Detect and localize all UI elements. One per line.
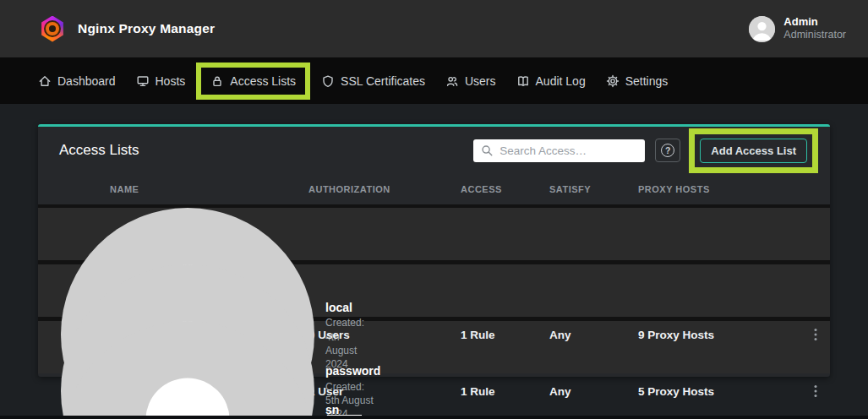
app-title: Nginx Proxy Manager xyxy=(78,21,215,36)
authorization-cell: 1 User xyxy=(308,385,461,398)
search-icon xyxy=(481,144,494,157)
nav-item-ssl-certificates[interactable]: SSL Certificates xyxy=(321,74,425,88)
monitor-icon xyxy=(136,74,150,88)
gear-icon xyxy=(606,74,620,88)
table-column-header: PROXY HOSTS xyxy=(638,184,801,194)
table-column-header: ACCESS xyxy=(461,184,549,194)
search-input[interactable] xyxy=(473,139,645,162)
access-list-name: password xyxy=(325,364,380,378)
table-row-password[interactable]: password Created: 5th August 2024 1 User… xyxy=(38,264,830,317)
proxy-hosts-cell: 9 Proxy Hosts xyxy=(638,329,801,341)
book-icon xyxy=(516,74,530,88)
add-access-list-button[interactable]: Add Access List xyxy=(700,139,807,163)
proxy-hosts-cell: 5 Proxy Hosts xyxy=(638,385,801,398)
access-lists-panel: Access Lists ? Add Access List NAMEAUTHO… xyxy=(38,124,830,377)
main-nav: Dashboard Hosts Access Lists SSL Certifi… xyxy=(0,57,868,104)
user-menu[interactable]: Admin Administrator xyxy=(749,15,846,42)
nav-item-settings[interactable]: Settings xyxy=(606,74,669,88)
access-cell: 1 Rule xyxy=(461,329,549,341)
nav-item-label: Hosts xyxy=(156,74,186,88)
access-list-name: local xyxy=(325,301,352,314)
home-icon xyxy=(38,74,52,88)
question-mark-icon: ? xyxy=(661,144,674,157)
table-row-local[interactable]: local Created: 4th August 2024 0 Users 1… xyxy=(38,208,830,260)
satisfy-cell: Any xyxy=(549,385,638,398)
table-header-row: NAMEAUTHORIZATIONACCESSSATISFYPROXY HOST… xyxy=(38,174,830,204)
table-column-header: SATISFY xyxy=(549,184,638,194)
nav-item-hosts[interactable]: Hosts xyxy=(136,74,186,88)
user-role: Administrator xyxy=(783,29,846,42)
user-name: Admin xyxy=(783,15,846,29)
table-body: local Created: 4th August 2024 0 Users 1… xyxy=(38,208,830,373)
help-button[interactable]: ? xyxy=(655,139,680,162)
annotation-highlight-add-button: Add Access List xyxy=(689,128,818,173)
search-box xyxy=(473,139,645,162)
lock-icon xyxy=(210,74,224,88)
nav-item-label: Dashboard xyxy=(57,74,116,88)
table-column-header: AUTHORIZATION xyxy=(308,184,461,194)
nav-item-label: Audit Log xyxy=(536,74,586,88)
bottom-edge-strip xyxy=(0,416,868,419)
row-menu-kebab-icon[interactable] xyxy=(805,380,826,402)
panel-title: Access Lists xyxy=(59,142,139,159)
nav-item-label: Settings xyxy=(625,74,669,88)
nav-item-access-lists[interactable]: Access Lists xyxy=(196,63,310,100)
access-cell: 1 Rule xyxy=(461,385,549,398)
authorization-cell: 0 Users xyxy=(308,329,461,341)
panel-header: Access Lists ? Add Access List xyxy=(38,127,830,174)
row-menu-kebab-icon[interactable] xyxy=(805,324,826,346)
shield-icon xyxy=(321,74,335,88)
table-column-header: NAME xyxy=(38,184,308,194)
row-avatar-icon xyxy=(61,321,314,419)
nav-item-dashboard[interactable]: Dashboard xyxy=(38,74,116,88)
user-avatar xyxy=(749,16,775,42)
nav-item-label: Access Lists xyxy=(230,74,296,88)
app-header: Nginx Proxy Manager Admin Administrator xyxy=(0,0,868,57)
satisfy-cell: Any xyxy=(549,329,638,341)
nav-item-audit-log[interactable]: Audit Log xyxy=(516,74,586,88)
nginx-proxy-manager-logo-icon xyxy=(41,16,64,42)
nav-item-label: Users xyxy=(465,74,496,88)
nav-item-label: SSL Certificates xyxy=(341,74,425,88)
nav-item-users[interactable]: Users xyxy=(445,74,496,88)
users-icon xyxy=(445,74,459,88)
